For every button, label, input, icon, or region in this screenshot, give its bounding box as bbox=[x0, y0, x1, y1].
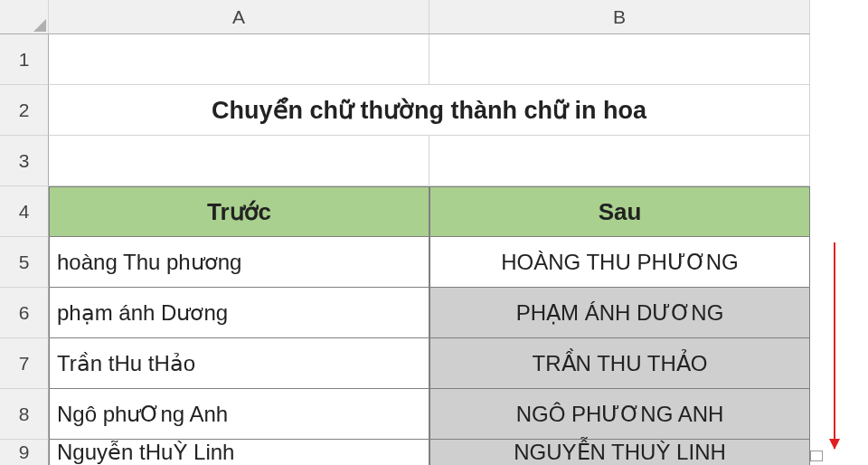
cell-a8[interactable]: Ngô phưƠng Anh bbox=[49, 389, 429, 440]
select-all-corner[interactable] bbox=[0, 0, 49, 34]
row-header-4[interactable]: 4 bbox=[0, 186, 49, 237]
row-header-2[interactable]: 2 bbox=[0, 85, 49, 136]
row-header-8[interactable]: 8 bbox=[0, 389, 49, 440]
row-header-7[interactable]: 7 bbox=[0, 338, 49, 389]
cell-a9[interactable]: Nguyễn tHuỲ Linh bbox=[49, 440, 429, 465]
cell-a7[interactable]: Trần tHu tHảo bbox=[49, 338, 429, 389]
cell-b9[interactable]: NGUYỄN THUỲ LINH bbox=[429, 440, 810, 465]
select-all-icon bbox=[33, 19, 46, 32]
row-header-5[interactable]: 5 bbox=[0, 237, 49, 288]
cell-b3[interactable] bbox=[429, 136, 810, 186]
cell-a5[interactable]: hoàng Thu phương bbox=[49, 237, 429, 288]
fill-down-arrow-icon bbox=[834, 242, 835, 449]
row-header-3[interactable]: 3 bbox=[0, 136, 49, 186]
cell-a3[interactable] bbox=[49, 136, 429, 186]
cell-b6[interactable]: PHẠM ÁNH DƯƠNG bbox=[429, 288, 810, 338]
cell-b7[interactable]: TRẦN THU THẢO bbox=[429, 338, 810, 389]
header-before[interactable]: Trước bbox=[49, 186, 429, 237]
header-after[interactable]: Sau bbox=[429, 186, 810, 237]
cell-b5[interactable]: HOÀNG THU PHƯƠNG bbox=[429, 237, 810, 288]
title-cell[interactable]: Chuyển chữ thường thành chữ in hoa bbox=[49, 85, 810, 136]
row-header-9[interactable]: 9 bbox=[0, 440, 49, 465]
cell-a6[interactable]: phạm ánh Dương bbox=[49, 288, 429, 338]
autofill-options-icon[interactable] bbox=[810, 451, 823, 461]
row-header-1[interactable]: 1 bbox=[0, 34, 49, 85]
cell-a1[interactable] bbox=[49, 34, 429, 85]
column-header-b[interactable]: B bbox=[429, 0, 810, 34]
column-header-a[interactable]: A bbox=[49, 0, 429, 34]
row-header-6[interactable]: 6 bbox=[0, 288, 49, 338]
spreadsheet-grid: A B 1 2 Chuyển chữ thường thành chữ in h… bbox=[0, 0, 868, 465]
cell-b1[interactable] bbox=[429, 34, 810, 85]
cell-b8[interactable]: NGÔ PHƯƠNG ANH bbox=[429, 389, 810, 440]
